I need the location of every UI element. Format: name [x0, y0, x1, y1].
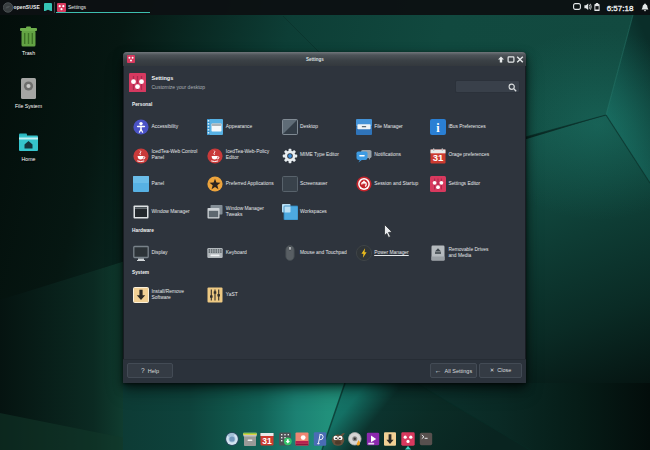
svg-text:31: 31	[433, 152, 444, 163]
svg-text:31: 31	[262, 435, 272, 445]
svg-text:6:57:18: 6:57:18	[607, 4, 634, 13]
